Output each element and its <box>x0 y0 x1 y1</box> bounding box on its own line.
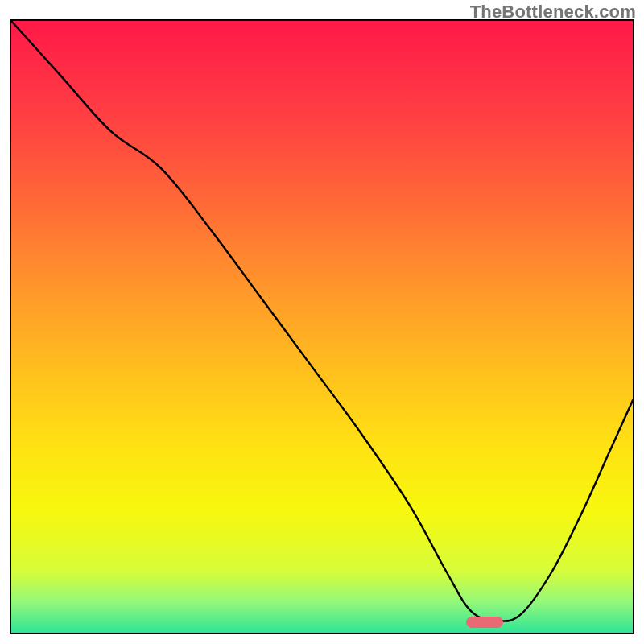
plot-area <box>10 19 634 634</box>
chart-container: TheBottleneck.com <box>0 0 644 644</box>
chart-svg <box>11 21 633 633</box>
gradient-background <box>11 21 633 633</box>
optimal-marker <box>466 617 503 628</box>
